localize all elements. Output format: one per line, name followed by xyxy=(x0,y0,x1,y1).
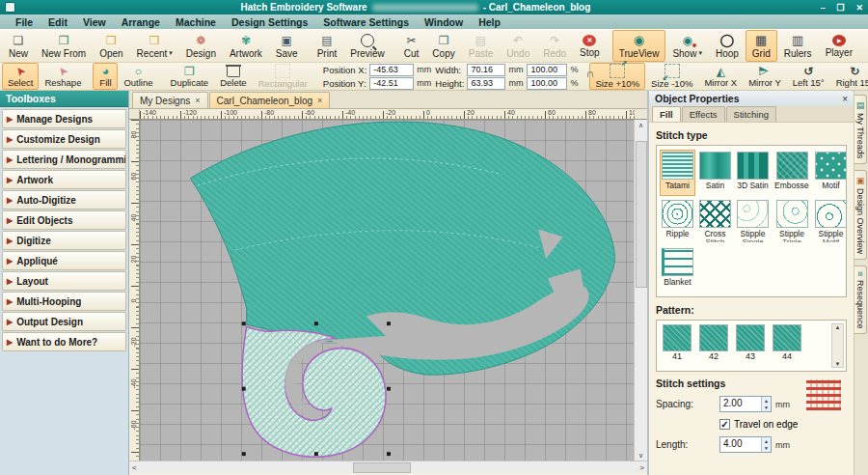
recent-button[interactable]: Recent▾ xyxy=(130,30,179,62)
stitch-type-stipple[interactable]: Stipple Triple xyxy=(773,198,811,244)
design-button[interactable]: Design xyxy=(179,30,223,62)
grid-button[interactable]: Grid xyxy=(746,30,777,62)
sidebar-item-appliqu[interactable]: ▶ Appliqué xyxy=(2,251,126,270)
new-button[interactable]: New xyxy=(2,30,35,62)
pattern-41[interactable]: 41 xyxy=(663,324,692,369)
vertical-scroll-thumb[interactable] xyxy=(636,141,647,288)
tab-stitching[interactable]: Stitching xyxy=(726,106,776,122)
sidebar-item-auto-digitize[interactable]: ▶ Auto-Digitize xyxy=(2,190,126,210)
size-10-button[interactable]: Size -10% xyxy=(645,63,698,90)
height-percent-input[interactable]: 100.00 xyxy=(527,77,567,90)
sidebar-item-layout[interactable]: ▶ Layout xyxy=(2,271,126,291)
menu-arrange[interactable]: Arrange xyxy=(114,16,168,28)
height-input[interactable]: 63.93 xyxy=(467,77,505,90)
paste-button[interactable]: Paste xyxy=(462,30,501,62)
show-button[interactable]: Show▾ xyxy=(665,30,709,62)
sidebar-item-artwork[interactable]: ▶ Artwork xyxy=(2,170,126,189)
scroll-down-icon[interactable]: ▼ xyxy=(835,361,841,367)
spinner-icon[interactable]: ▲▼ xyxy=(761,397,771,411)
menu-help[interactable]: Help xyxy=(471,16,508,28)
horizontal-scrollbar[interactable]: < > xyxy=(129,461,647,473)
delete-button[interactable]: Delete xyxy=(214,63,252,90)
left-15-button[interactable]: Left 15° xyxy=(787,63,830,90)
redo-button[interactable]: Redo xyxy=(536,30,573,62)
pattern-44[interactable]: 44 xyxy=(773,324,801,369)
pattern-43[interactable]: 43 xyxy=(736,324,765,369)
pattern-scrollbar[interactable]: ▲ ▼ xyxy=(831,323,844,368)
sidebar-item-customize-design[interactable]: ▶ Customize Design xyxy=(2,129,126,149)
new-from-button[interactable]: New From xyxy=(35,30,93,62)
stitch-type-stipple[interactable]: Stipple Single xyxy=(735,198,771,244)
sidebar-item-output-design[interactable]: ▶ Output Design xyxy=(2,312,126,331)
mirror-y-button[interactable]: Mirror Y xyxy=(743,63,787,90)
side-tab-resequence[interactable]: Resequence xyxy=(854,265,867,334)
outline-button[interactable]: Outline xyxy=(118,63,158,90)
scroll-right-icon[interactable]: > xyxy=(639,463,644,472)
menu-edit[interactable]: Edit xyxy=(41,16,75,28)
rectangular-button[interactable]: Rectangular xyxy=(253,63,313,90)
copy-button[interactable]: Copy xyxy=(425,30,461,62)
tab-close-icon[interactable]: × xyxy=(317,96,322,105)
minimize-button[interactable]: – xyxy=(821,3,826,13)
design-canvas[interactable] xyxy=(140,120,634,461)
select-button[interactable]: Select xyxy=(2,63,39,90)
duplicate-button[interactable]: Duplicate xyxy=(165,63,215,90)
pattern-42[interactable]: 42 xyxy=(699,324,728,369)
trueview-button[interactable]: TrueView xyxy=(612,30,666,62)
player-button[interactable]: Player xyxy=(819,30,859,62)
sidebar-item-edit-objects[interactable]: ▶ Edit Objects xyxy=(2,210,126,230)
menu-window[interactable]: Window xyxy=(417,16,471,28)
scroll-left-icon[interactable]: < xyxy=(132,463,137,472)
menu-software-settings[interactable]: Software Settings xyxy=(315,16,417,28)
restore-button[interactable]: ❐ xyxy=(837,3,845,13)
artwork-button[interactable]: Artwork xyxy=(223,30,269,62)
right-15-button[interactable]: Right 15° xyxy=(830,63,868,90)
side-tab-design-overview[interactable]: Design Overview xyxy=(854,170,867,260)
stitch-type-tatami[interactable]: Tatami xyxy=(660,150,695,196)
save-button[interactable]: Save xyxy=(269,30,305,62)
tab-my-designs[interactable]: My Designs × xyxy=(132,92,208,108)
width-percent-input[interactable]: 100.00 xyxy=(527,64,567,76)
menu-machine[interactable]: Machine xyxy=(168,16,224,28)
scroll-up-icon[interactable]: ▲ xyxy=(835,324,841,330)
sidebar-item-lettering-monogramming[interactable]: ▶ Lettering / Monogramming xyxy=(2,150,126,169)
print-button[interactable]: Print xyxy=(311,30,344,62)
stop-button[interactable]: Stop xyxy=(573,30,607,62)
tab-carl-chameleon-blog[interactable]: Carl_Chameleon_blog × xyxy=(209,92,331,108)
menu-view[interactable]: View xyxy=(75,16,114,28)
tab-close-icon[interactable]: × xyxy=(195,96,200,105)
travel-on-edge-checkbox[interactable] xyxy=(719,419,730,430)
reshape-button[interactable]: Reshape xyxy=(39,63,87,90)
stitch-type-blanket[interactable]: Blanket xyxy=(660,246,695,293)
mirror-x-button[interactable]: Mirror X xyxy=(698,63,743,90)
sidebar-item-want-to-do-more[interactable]: ▶ Want to do More? xyxy=(2,332,126,351)
sidebar-item-manage-designs[interactable]: ▶ Manage Designs xyxy=(2,109,126,128)
menu-design-settings[interactable]: Design Settings xyxy=(224,16,315,28)
preview-button[interactable]: Preview xyxy=(343,30,392,62)
stitch-type-stipple[interactable]: Stipple Motif xyxy=(813,198,849,244)
size-plus10-button[interactable]: Size +10% xyxy=(589,63,645,90)
side-tab-my-threads[interactable]: My Threads xyxy=(854,95,867,164)
vertical-scrollbar[interactable]: ∧ ∨ xyxy=(634,120,647,461)
rulers-button[interactable]: Rulers xyxy=(777,30,819,62)
stitch-type-motif[interactable]: Motif xyxy=(813,150,849,196)
tab-effects[interactable]: Effects xyxy=(682,106,725,122)
open-button[interactable]: Open xyxy=(93,30,129,62)
stitch-type-ripple[interactable]: Ripple xyxy=(660,198,695,244)
scroll-down-icon[interactable]: ∨ xyxy=(638,450,643,461)
panel-close-icon[interactable]: × xyxy=(842,94,848,104)
position-x-input[interactable]: -45.63 xyxy=(369,64,414,76)
width-input[interactable]: 70.16 xyxy=(467,64,505,76)
length-input[interactable]: 4.00 ▲▼ xyxy=(719,436,772,453)
position-y-input[interactable]: -42.51 xyxy=(369,77,414,90)
stitch-type-embossed[interactable]: Embossed xyxy=(773,150,811,196)
horizontal-scroll-thumb[interactable] xyxy=(353,462,411,473)
cut-button[interactable]: Cut xyxy=(397,30,426,62)
undo-button[interactable]: Undo xyxy=(500,30,536,62)
stitch-type-3d-satin[interactable]: 3D Satin xyxy=(735,150,771,196)
menu-file[interactable]: File xyxy=(8,16,41,28)
sidebar-item-multi-hooping[interactable]: ▶ Multi-Hooping xyxy=(2,292,126,311)
tab-fill[interactable]: Fill xyxy=(652,106,681,122)
spacing-input[interactable]: 2.00 ▲▼ xyxy=(719,396,772,412)
fill-button[interactable]: Fill xyxy=(93,63,118,90)
